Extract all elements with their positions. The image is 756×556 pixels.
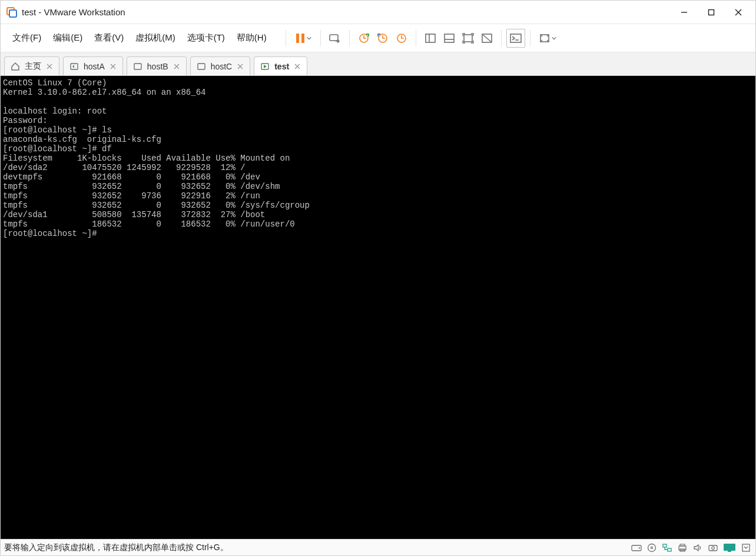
svg-rect-49 <box>742 544 750 551</box>
svg-rect-3 <box>709 9 714 15</box>
svg-rect-19 <box>510 34 521 42</box>
svg-rect-45 <box>709 545 717 551</box>
toolbar <box>281 29 560 48</box>
tab-label: 主页 <box>25 61 41 72</box>
home-icon <box>11 62 20 71</box>
tab-hostB[interactable]: hostB <box>127 56 187 75</box>
svg-rect-30 <box>198 64 205 69</box>
toolbar-separator <box>320 30 321 46</box>
tab-home[interactable]: 主页 <box>4 56 59 75</box>
status-menu-icon[interactable] <box>740 542 752 554</box>
unity-icon <box>481 33 493 44</box>
svg-point-38 <box>648 544 656 551</box>
send-input-button[interactable] <box>326 29 344 48</box>
tab-close-button[interactable] <box>173 63 180 70</box>
fullscreen-button[interactable] <box>459 29 478 48</box>
menu-edit[interactable]: 编辑(E) <box>47 29 88 47</box>
tab-label: test <box>274 62 289 71</box>
harddisk-icon[interactable] <box>631 542 642 554</box>
toolbar-separator <box>501 30 502 46</box>
stretch-guest-button[interactable] <box>535 29 560 48</box>
toolbar-separator <box>349 30 350 46</box>
tab-test[interactable]: test <box>254 56 307 75</box>
view-single-icon <box>425 33 436 44</box>
unity-button[interactable] <box>478 29 496 48</box>
tab-close-button[interactable] <box>237 63 244 70</box>
menu-vm[interactable]: 虚拟机(M) <box>130 29 181 47</box>
vm-off-icon <box>197 62 206 71</box>
snapshot-revert-button[interactable] <box>373 29 392 48</box>
pause-icon <box>295 32 306 44</box>
menu-view[interactable]: 查看(V) <box>88 29 130 47</box>
printer-icon[interactable] <box>677 542 688 554</box>
svg-rect-40 <box>663 544 667 547</box>
sound-icon[interactable] <box>692 542 704 554</box>
tab-label: hostC <box>211 62 233 71</box>
svg-rect-47 <box>724 544 735 551</box>
svg-rect-48 <box>728 551 731 552</box>
snapshot-revert-icon <box>377 32 389 44</box>
chevron-down-icon <box>307 36 311 41</box>
vm-running-icon <box>260 62 270 71</box>
window-title: test - VMware Workstation <box>22 7 125 17</box>
menu-help[interactable]: 帮助(H) <box>231 29 273 47</box>
svg-rect-41 <box>668 548 671 551</box>
tab-close-button[interactable] <box>294 63 301 70</box>
statusbar: 要将输入定向到该虚拟机，请在虚拟机内部单击或按 Ctrl+G。 <box>1 539 755 555</box>
svg-rect-1 <box>9 10 16 17</box>
view-single-button[interactable] <box>421 29 440 48</box>
display-icon[interactable] <box>722 542 737 554</box>
svg-point-39 <box>651 547 652 548</box>
tab-close-button[interactable] <box>110 63 117 70</box>
tab-label: hostA <box>84 62 105 71</box>
guest-console[interactable]: CentOS Linux 7 (Core) Kernel 3.10.0-862.… <box>1 76 755 539</box>
svg-point-37 <box>639 547 640 548</box>
snapshot-take-button[interactable] <box>354 29 373 48</box>
toolbar-separator <box>286 30 286 46</box>
console-view-button[interactable] <box>506 29 525 48</box>
tab-hostC[interactable]: hostC <box>190 56 251 75</box>
svg-line-18 <box>483 35 491 42</box>
svg-point-46 <box>712 547 715 550</box>
terminal-icon <box>510 34 522 43</box>
svg-rect-7 <box>301 34 304 43</box>
minimize-button[interactable] <box>671 3 698 22</box>
app-window: test - VMware Workstation 文件(F) 编辑(E) 查看… <box>0 0 756 556</box>
snapshot-manager-button[interactable] <box>392 29 411 48</box>
svg-rect-43 <box>680 544 685 546</box>
tab-close-button[interactable] <box>46 63 53 70</box>
svg-rect-6 <box>296 34 299 43</box>
tabbar: 主页 hostA hostB <box>1 52 755 76</box>
tab-label: hostB <box>147 62 168 71</box>
close-button[interactable] <box>725 3 752 22</box>
network-icon[interactable] <box>661 542 673 554</box>
status-message: 要将输入定向到该虚拟机，请在虚拟机内部单击或按 Ctrl+G。 <box>4 542 228 553</box>
maximize-button[interactable] <box>698 3 725 22</box>
snapshot-take-icon <box>358 32 370 44</box>
send-input-icon <box>329 32 341 44</box>
chevron-down-icon <box>552 36 556 41</box>
pause-button[interactable] <box>291 29 316 48</box>
vmware-app-icon <box>6 7 17 18</box>
svg-rect-27 <box>134 64 141 69</box>
svg-rect-12 <box>426 34 435 42</box>
toolbar-separator <box>416 30 416 46</box>
camera-icon[interactable] <box>707 542 719 554</box>
menu-tabs[interactable]: 选项卡(T) <box>181 29 231 47</box>
cd-icon[interactable] <box>646 542 658 554</box>
vm-off-icon <box>133 62 142 71</box>
fullscreen-icon <box>462 33 474 44</box>
menu-toolbar-row: 文件(F) 编辑(E) 查看(V) 虚拟机(M) 选项卡(T) 帮助(H) <box>1 24 755 52</box>
svg-rect-16 <box>464 35 472 42</box>
tab-hostA[interactable]: hostA <box>63 56 123 75</box>
titlebar: test - VMware Workstation <box>1 1 755 24</box>
status-icons <box>631 542 752 554</box>
window-controls <box>671 3 752 22</box>
menu-file[interactable]: 文件(F) <box>6 29 47 47</box>
vm-icon <box>69 62 79 71</box>
toolbar-separator <box>530 30 530 46</box>
stretch-icon <box>539 33 551 44</box>
svg-rect-14 <box>445 34 454 42</box>
view-console-button[interactable] <box>440 29 459 48</box>
view-console-icon <box>443 33 455 44</box>
